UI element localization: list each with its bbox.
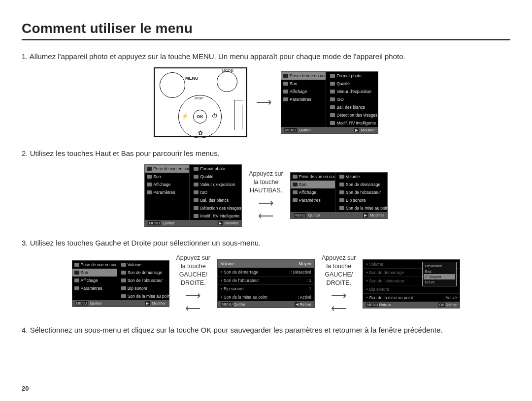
menu-item: Valeur d'exposition — [192, 181, 243, 188]
menu-btn: MENU — [148, 221, 161, 225]
menu-item: Qualité — [328, 80, 379, 88]
footer-right: Modifier — [370, 213, 384, 217]
menu-icon — [194, 198, 199, 202]
menu-icon — [330, 90, 335, 93]
menu-screen-son: Prise de vue en coursSonAffichageParamèt… — [72, 260, 169, 307]
menu-item: Affichage — [281, 88, 326, 95]
menu-icon — [339, 190, 344, 194]
menu-item: Modif. RV intelligente — [192, 212, 243, 220]
ok-button: OK — [193, 110, 207, 123]
menu-icon — [147, 167, 152, 171]
step-3-text: 3. Utilisez les touches Gauche et Droite… — [22, 238, 510, 248]
menu-icon — [194, 167, 199, 171]
menu-icon — [283, 74, 288, 78]
menu-item: Format photo — [328, 72, 379, 80]
hint-label: Appuyez sur la touche GAUCHE/ DROITE. — [176, 254, 210, 287]
menu-icon — [147, 183, 152, 186]
menu-icon — [147, 175, 152, 179]
menu-item: Paramètres — [145, 188, 189, 196]
footer-right: Retour — [299, 302, 311, 307]
menu-icon — [194, 190, 199, 194]
menu-icon — [74, 278, 79, 282]
menu-icon — [283, 82, 288, 86]
step-2-text: 2. Utilisez les touches Haut et Bas pour… — [22, 148, 510, 158]
menu-item: Son — [291, 181, 335, 188]
step-1-figures: MENU MODE OK DISP ✿ ⚡ ⏱ ⟶ Prise de vue e… — [22, 67, 510, 137]
menu-item: Détection des visages — [328, 111, 379, 119]
menu-icon — [194, 206, 199, 210]
hint-label: Appuyez sur la touche GAUCHE/ DROITE. — [322, 254, 356, 287]
arrow-right-icon: ⟶ — [331, 290, 347, 301]
page-number: 20 — [22, 385, 29, 392]
arrow-left-icon: ⟵ — [331, 303, 347, 314]
disp-label: DISP — [195, 96, 204, 100]
hint-label: Appuyez sur la touche HAUT/BAS. — [249, 170, 283, 195]
menu-icon — [283, 90, 288, 93]
menu-btn: MENU — [221, 302, 233, 307]
dpad: OK DISP ✿ ⚡ ⏱ — [178, 95, 221, 137]
menu-item: Son de démarrage — [337, 181, 390, 188]
menu-item: Son — [281, 80, 326, 88]
menu-item: Bip sonore — [119, 284, 171, 292]
menu-icon — [194, 175, 199, 179]
menu-screen-before: Prise de vue en coursSonAffichageParamèt… — [144, 164, 242, 227]
menu-item: Son de l'obturateur — [119, 277, 171, 284]
submenu-line: •Bip sonore: 1 — [218, 284, 314, 293]
menu-icon — [121, 271, 126, 275]
footer-left: Quitter — [299, 128, 311, 132]
menu-item: Volume — [337, 173, 390, 181]
submenu-screen-values: VolumeMoyen •Son de démarrage: Désactivé… — [217, 259, 315, 308]
menu-item: Prise de vue en cours — [72, 261, 117, 269]
menu-icon — [74, 271, 79, 275]
footer-right: Modifier — [361, 128, 375, 132]
menu-item: Son de démarrage — [119, 269, 171, 277]
menu-screen-after: Prise de vue en coursSonAffichageParamèt… — [290, 172, 388, 219]
menu-icon — [121, 286, 126, 290]
menu-item: Son de la mise au point — [337, 204, 390, 212]
menu-icon — [339, 183, 344, 186]
step-1-text: 1. Allumez l'appareil photo et appuyez s… — [22, 51, 510, 62]
menu-btn: MENU — [366, 303, 379, 307]
menu-icon — [339, 175, 344, 179]
menu-icon — [339, 198, 344, 202]
menu-item: Prise de vue en cours — [281, 72, 326, 80]
menu-icon — [121, 263, 126, 267]
footer-right: Modifier — [225, 221, 238, 225]
menu-icon — [121, 278, 126, 282]
mode-dial — [217, 71, 237, 92]
arrow-right-icon: ⟶ — [258, 198, 274, 209]
ok-btn: OK — [438, 303, 446, 307]
menu-item: Paramètres — [281, 95, 326, 103]
timer-icon: ⏱ — [212, 113, 218, 120]
menu-icon — [293, 183, 298, 186]
menu-icon — [330, 121, 335, 125]
submenu-line: •Son de démarrage: Désactivé — [218, 268, 314, 276]
menu-icon — [339, 206, 344, 210]
submenu-screen-popup: •Volume•Son de démarrage•Son de l'obtura… — [363, 259, 460, 308]
submenu-header-left: Volume — [221, 261, 234, 266]
menu-item: Bal. des blancs — [328, 103, 379, 111]
menu-icon — [147, 190, 152, 194]
menu-icon — [293, 190, 298, 194]
menu-item: Valeur d'exposition — [328, 88, 379, 95]
popup-option: Elevé — [424, 279, 455, 285]
step-4-text: 4. Sélectionnez un sous-menu et cliquez … — [22, 325, 510, 335]
leftright-hint-2: Appuyez sur la touche GAUCHE/ DROITE. ⟶ … — [322, 254, 356, 314]
play-btn: ▶ — [363, 213, 368, 217]
menu-item: Modif. RV intelligente — [328, 119, 379, 127]
menu-btn: MENU — [284, 128, 297, 132]
menu-item: Format photo — [192, 165, 243, 173]
menu-btn: MENU — [294, 213, 306, 217]
menu-icon — [330, 105, 335, 109]
footer-right: Modifier — [152, 301, 166, 306]
page-title: Comment utiliser le menu — [22, 21, 510, 40]
back-btn: ◀ — [295, 302, 299, 307]
step-2-figures: Prise de vue en coursSonAffichageParamèt… — [22, 164, 510, 227]
play-btn: ▶ — [218, 221, 223, 225]
menu-item: Son — [145, 173, 189, 181]
volume-popup: DésactivéBas✓MoyenElevé — [422, 262, 457, 286]
menu-item: Son de l'obturateur — [337, 188, 390, 196]
arrow-left-icon: ⟵ — [258, 211, 274, 221]
menu-label: MENU — [185, 76, 199, 81]
play-btn: ▶ — [354, 128, 359, 132]
